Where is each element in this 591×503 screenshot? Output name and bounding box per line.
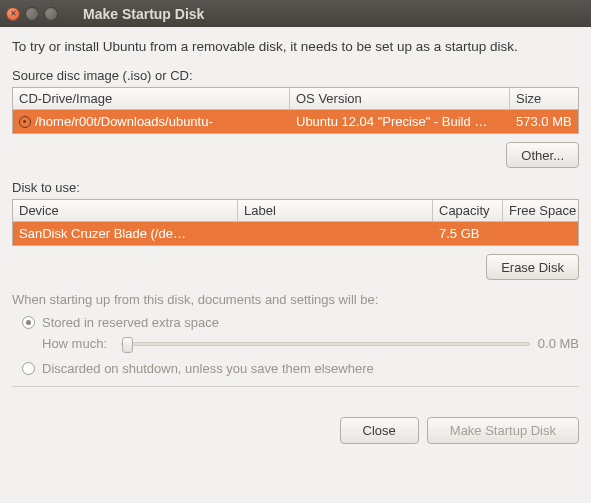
erase-disk-button[interactable]: Erase Disk (486, 254, 579, 280)
disc-icon (19, 116, 31, 128)
radio-stored[interactable] (22, 316, 35, 329)
source-row[interactable]: /home/r00t/Downloads/ubuntu- Ubuntu 12.0… (13, 110, 578, 133)
maximize-icon[interactable] (44, 7, 58, 21)
disk-row-capacity: 7.5 GB (433, 222, 503, 245)
window-title: Make Startup Disk (83, 6, 204, 22)
source-table: CD-Drive/Image OS Version Size /home/r00… (12, 87, 579, 134)
source-row-os: Ubuntu 12.04 "Precise" - Build … (290, 110, 510, 133)
source-col-image[interactable]: CD-Drive/Image (13, 88, 290, 109)
source-label: Source disc image (.iso) or CD: (12, 68, 579, 83)
make-startup-disk-button[interactable]: Make Startup Disk (427, 417, 579, 444)
slider-thumb[interactable] (122, 337, 133, 353)
source-table-header: CD-Drive/Image OS Version Size (13, 88, 578, 110)
minimize-icon[interactable] (25, 7, 39, 21)
separator (12, 386, 579, 387)
disk-row-label (238, 222, 433, 245)
options-section: When starting up from this disk, documen… (12, 292, 579, 376)
disk-label: Disk to use: (12, 180, 579, 195)
disk-row-device: SanDisk Cruzer Blade (/de… (13, 222, 238, 245)
other-button[interactable]: Other... (506, 142, 579, 168)
source-col-os[interactable]: OS Version (290, 88, 510, 109)
close-icon[interactable]: ✕ (6, 7, 20, 21)
disk-row[interactable]: SanDisk Cruzer Blade (/de… 7.5 GB (13, 222, 578, 245)
source-col-size[interactable]: Size (510, 88, 578, 109)
disk-table-header: Device Label Capacity Free Space (13, 200, 578, 222)
option-stored[interactable]: Stored in reserved extra space (22, 315, 579, 330)
intro-text: To try or install Ubuntu from a removabl… (12, 39, 579, 54)
disk-col-capacity[interactable]: Capacity (433, 200, 503, 221)
disk-row-free (503, 222, 578, 245)
source-row-size: 573.0 MB (510, 110, 578, 133)
option-discarded-label: Discarded on shutdown, unless you save t… (42, 361, 374, 376)
disk-table: Device Label Capacity Free Space SanDisk… (12, 199, 579, 246)
option-discarded[interactable]: Discarded on shutdown, unless you save t… (22, 361, 579, 376)
space-slider[interactable] (121, 342, 530, 346)
source-row-path: /home/r00t/Downloads/ubuntu- (35, 114, 213, 129)
disk-col-label[interactable]: Label (238, 200, 433, 221)
how-much-label: How much: (42, 336, 107, 351)
close-button[interactable]: Close (340, 417, 419, 444)
titlebar: ✕ Make Startup Disk (0, 0, 591, 27)
disk-col-free[interactable]: Free Space (503, 200, 578, 221)
radio-discarded[interactable] (22, 362, 35, 375)
options-heading: When starting up from this disk, documen… (12, 292, 579, 307)
disk-col-device[interactable]: Device (13, 200, 238, 221)
option-stored-label: Stored in reserved extra space (42, 315, 219, 330)
slider-value: 0.0 MB (538, 336, 579, 351)
